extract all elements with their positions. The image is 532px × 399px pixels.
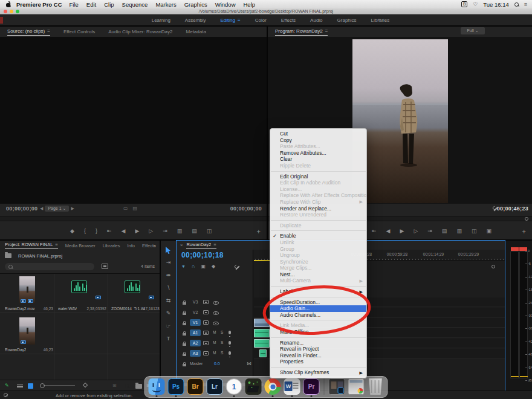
- track-target-v1[interactable]: V1: [190, 319, 201, 326]
- mark-in-icon[interactable]: {: [84, 228, 86, 234]
- workspace-tab-audio[interactable]: Audio: [310, 18, 322, 23]
- track-target-a3[interactable]: A3: [190, 350, 201, 357]
- close-sequence-icon[interactable]: ×: [180, 242, 183, 248]
- voiceover-mic-icon[interactable]: [229, 331, 231, 334]
- panel-menu-icon[interactable]: ≡: [55, 242, 57, 247]
- resolution-icon[interactable]: ▤: [133, 206, 138, 211]
- menu-item-properties[interactable]: Properties: [270, 358, 366, 365]
- premiere-dock-icon[interactable]: Pr: [303, 378, 320, 395]
- play-icon[interactable]: ▶: [400, 228, 404, 234]
- sync-lock-icon[interactable]: [203, 320, 209, 325]
- track-target-a1[interactable]: A1: [190, 329, 201, 336]
- timeline-playhead-timecode[interactable]: 00;00;10;18: [181, 251, 224, 259]
- menu-item-copy[interactable]: Copy: [270, 137, 366, 144]
- source-button-editor[interactable]: +: [257, 228, 261, 235]
- workspace-tab-effects[interactable]: Effects: [281, 18, 296, 23]
- page-prev-icon[interactable]: ◀: [40, 206, 43, 211]
- track-target-a2[interactable]: A2: [190, 340, 201, 346]
- finder-dock-icon[interactable]: [149, 378, 165, 395]
- workspace-tab-assembly[interactable]: Assembly: [185, 18, 206, 23]
- program-button-editor[interactable]: +: [522, 228, 526, 235]
- menu-item-speed-duration[interactable]: Speed/Duration...: [270, 299, 366, 306]
- clip-indicator-left[interactable]: [511, 247, 519, 251]
- project-item-name[interactable]: RowanDay2: [5, 348, 26, 352]
- sync-lock-icon[interactable]: [203, 351, 209, 355]
- panel-menu-icon[interactable]: ≡: [47, 28, 50, 34]
- list-view-icon[interactable]: [17, 384, 23, 388]
- razor-tool[interactable]: ∖: [161, 285, 176, 291]
- workspace-overflow-icon[interactable]: »: [378, 17, 381, 22]
- settings-icon[interactable]: ▭: [123, 206, 128, 211]
- track-lock-icon[interactable]: [183, 311, 186, 315]
- add-marker-icon[interactable]: ◆: [70, 228, 74, 234]
- menu-item-clear[interactable]: Clear: [270, 156, 366, 163]
- page-next-icon[interactable]: ▶: [71, 206, 74, 211]
- sync-lock-icon[interactable]: [203, 341, 209, 345]
- project-item-name[interactable]: water.WAV: [58, 307, 77, 311]
- menubar-b-app-icon[interactable]: B: [461, 1, 467, 7]
- menu-item-label[interactable]: Label▶: [270, 288, 366, 295]
- mute-button[interactable]: M: [213, 351, 216, 355]
- timeline-settings-wrench-icon[interactable]: [235, 265, 240, 270]
- mark-out-icon[interactable]: }: [96, 228, 97, 234]
- notification-center-icon[interactable]: ≡: [524, 1, 527, 7]
- menubar-item-file[interactable]: File: [70, 1, 79, 8]
- menu-item-reveal-in-finder[interactable]: Reveal in Finder...: [270, 352, 366, 359]
- menubar-item-window[interactable]: Window: [215, 1, 236, 8]
- video-clip-v1[interactable]: [254, 319, 270, 327]
- step-back-icon[interactable]: ◀: [386, 228, 391, 234]
- slip-tool[interactable]: ⇆: [161, 297, 176, 303]
- workspace-tab-graphics[interactable]: Graphics: [337, 18, 357, 23]
- sync-lock-icon[interactable]: [203, 300, 209, 304]
- step-forward-icon[interactable]: ▷: [414, 228, 418, 234]
- menubar-item-sequence[interactable]: Sequence: [122, 1, 148, 8]
- comparison-view-icon[interactable]: ▣: [486, 228, 491, 234]
- snap-icon[interactable]: ∩: [192, 264, 195, 269]
- track-target-v3[interactable]: V3: [190, 299, 201, 305]
- menu-item-audio-gain[interactable]: Audio Gain...: [270, 305, 366, 312]
- mute-button[interactable]: M: [213, 340, 216, 345]
- menu-item-render-and-replace[interactable]: Render and Replace...: [270, 206, 366, 212]
- apple-menu-icon[interactable]: [6, 2, 11, 7]
- tab-libraries[interactable]: Libraries: [103, 243, 120, 248]
- menubar-item-clip[interactable]: Clip: [104, 1, 114, 8]
- menubar-item-edit[interactable]: Edit: [86, 1, 96, 8]
- icon-view-icon[interactable]: [28, 383, 33, 389]
- menu-item-nest[interactable]: Nest...: [270, 271, 366, 278]
- menu-item-edit-original[interactable]: Edit Original: [270, 174, 366, 180]
- sync-lock-icon[interactable]: [203, 310, 209, 314]
- audio-clip-a2[interactable]: [254, 339, 270, 348]
- ripple-edit-tool[interactable]: ⇹: [161, 272, 176, 278]
- go-to-out-icon[interactable]: ⇥: [427, 228, 432, 234]
- extract-icon[interactable]: ▥: [456, 228, 462, 234]
- add-marker-icon[interactable]: ◆: [212, 264, 215, 269]
- bridge-dock-icon[interactable]: Br: [187, 378, 204, 395]
- type-tool[interactable]: T: [161, 336, 176, 342]
- lift-icon[interactable]: ▤: [442, 228, 447, 234]
- search-input[interactable]: [5, 263, 94, 270]
- hand-tool[interactable]: ☞: [161, 323, 176, 329]
- search-bin-filter-icon[interactable]: [102, 264, 108, 269]
- source-page-selector[interactable]: ◀ Page 1 ⌄ ▶: [40, 206, 74, 212]
- writable-icon[interactable]: ✎: [5, 383, 9, 388]
- minimized-window-thumb[interactable]: [348, 378, 365, 395]
- go-to-in-icon[interactable]: ⇤: [372, 228, 377, 234]
- track-lock-icon[interactable]: [183, 300, 186, 305]
- export-frame-icon[interactable]: ◫: [472, 228, 477, 234]
- go-to-in-icon[interactable]: ⇤: [107, 228, 112, 234]
- automate-to-sequence-icon[interactable]: ⊞: [112, 383, 117, 388]
- solo-button[interactable]: S: [221, 340, 223, 345]
- track-lock-icon[interactable]: [183, 352, 186, 356]
- timeline-zoom-handle[interactable]: [491, 265, 495, 268]
- spotlight-icon[interactable]: [514, 2, 519, 7]
- track-select-forward-tool[interactable]: ⇥: [161, 259, 176, 265]
- project-item-name[interactable]: RowanDay2.mov: [5, 307, 35, 311]
- step-forward-icon[interactable]: ▷: [149, 228, 153, 234]
- sync-lock-icon[interactable]: [203, 331, 209, 335]
- thumbnail-zoom-slider[interactable]: [44, 385, 75, 386]
- workspace-tab-learning[interactable]: Learning: [152, 18, 170, 23]
- selection-tool[interactable]: [161, 247, 176, 254]
- menu-item-reveal-in-project[interactable]: Reveal in Project: [270, 346, 366, 352]
- tab-source-no-clips-[interactable]: Source: (no clips)≡: [7, 28, 50, 36]
- solo-button[interactable]: S: [221, 351, 223, 355]
